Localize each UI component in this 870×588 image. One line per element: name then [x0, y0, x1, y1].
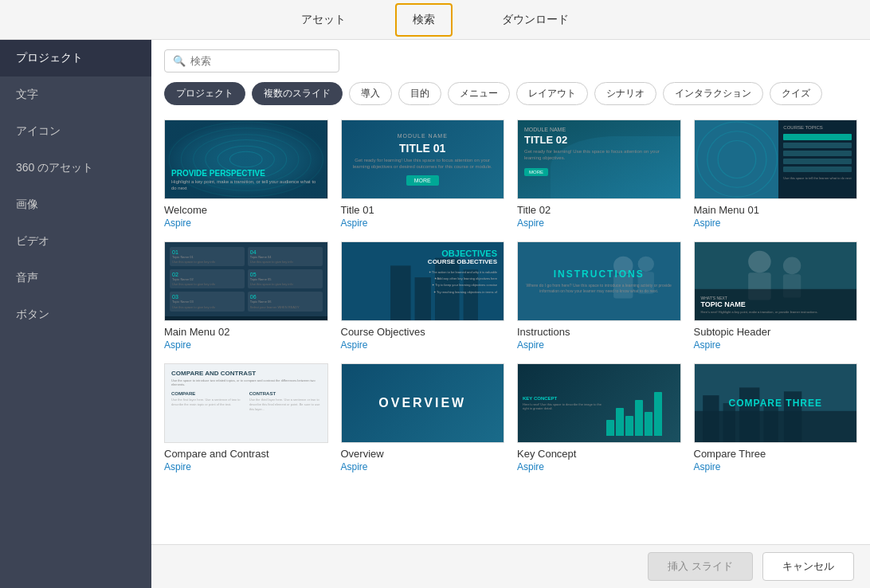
content-panel: 🔍 プロジェクト 複数のスライド 導入 目的 メニュー レイアウト シナリオ イ… — [151, 40, 870, 588]
filter-interaction[interactable]: インタラクション — [663, 82, 763, 105]
objectives-title: OBJECTIVES — [441, 249, 497, 258]
card-keyconcept-title: Key Concept — [517, 448, 681, 460]
card-mainmenu02-title: Main Menu 02 — [164, 326, 328, 338]
card-compare-link[interactable]: Aspire — [164, 461, 328, 472]
app-container: アセット 検索 ダウンロード プロジェクト 文字 アイコン 360 のアセット … — [0, 0, 870, 588]
card-title01[interactable]: MODULE NAME Title 01 Get ready for learn… — [341, 120, 505, 229]
card-overview-title: Overview — [341, 448, 505, 460]
card-grid: PROVIDE PERSPECTIVE Highlight a key poin… — [164, 120, 857, 472]
card-welcome[interactable]: PROVIDE PERSPECTIVE Highlight a key poin… — [164, 120, 328, 229]
instructions-main: INSTRUCTIONS — [526, 269, 672, 280]
title02-label: MODULE NAME — [524, 127, 674, 132]
sidebar-item-text[interactable]: 文字 — [0, 76, 151, 113]
compare-col1text: Use the first layer here. Use a sentence… — [171, 398, 243, 406]
card-mainmenu01-title: Main Menu 01 — [694, 204, 858, 216]
filter-intro[interactable]: 導入 — [349, 82, 392, 105]
title02-btn[interactable]: MORE — [524, 168, 548, 176]
subtopic-title: TOPIC NAME — [701, 300, 851, 308]
card-subtopic[interactable]: WHAT'S NEXT TOPIC NAME Here's next! High… — [694, 241, 858, 351]
keyconcept-text: Here's next! Use this space to describe … — [523, 402, 603, 410]
card-welcome-title: Welcome — [164, 204, 328, 216]
filter-multiple-slides[interactable]: 複数のスライド — [252, 82, 343, 105]
mainmenu01-row2 — [783, 143, 852, 148]
title02-sub: Get ready for learning! Use this space t… — [524, 149, 674, 162]
filter-scenario[interactable]: シナリオ — [594, 82, 656, 105]
title01-label: MODULE NAME — [398, 133, 448, 139]
card-welcome-link[interactable]: Aspire — [164, 218, 328, 229]
card-overview-link[interactable]: Aspire — [341, 461, 505, 472]
card-mainmenu02-link[interactable]: Aspire — [164, 339, 328, 351]
filter-menu[interactable]: メニュー — [448, 82, 510, 105]
card-objectives[interactable]: OBJECTIVES Course Objectives ✦ The actio… — [341, 241, 505, 351]
instructions-sub: Where do I go from here? Use this space … — [526, 283, 672, 294]
card-objectives-title: Course Objectives — [341, 326, 505, 338]
bottom-bar: 挿入 スライド キャンセル — [151, 544, 870, 588]
insert-slide-button[interactable]: 挿入 スライド — [648, 552, 753, 581]
filter-quiz[interactable]: クイズ — [770, 82, 822, 105]
overview-main: OVERVIEW — [378, 396, 466, 410]
filter-goal[interactable]: 目的 — [398, 82, 441, 105]
compare-sub: Use the space to introduce two related t… — [171, 378, 321, 386]
title01-btn[interactable]: MORE — [406, 175, 439, 186]
card-mainmenu02[interactable]: 01 Topic Name 01 Use this space to give … — [164, 241, 328, 351]
search-bar: 🔍 — [151, 40, 870, 79]
search-icon: 🔍 — [173, 55, 186, 67]
svg-rect-33 — [739, 387, 758, 442]
cancel-button[interactable]: キャンセル — [762, 552, 854, 581]
card-comparethree-link[interactable]: Aspire — [694, 461, 858, 472]
card-title02-link[interactable]: Aspire — [517, 218, 681, 229]
card-subtopic-title: Subtopic Header — [694, 326, 858, 338]
search-input[interactable] — [190, 55, 331, 67]
sidebar: プロジェクト 文字 アイコン 360 のアセット 画像 ビデオ 音声 ボタン — [0, 40, 151, 588]
sidebar-item-icon[interactable]: アイコン — [0, 113, 151, 150]
mainmenu01-sub: Use this space to tell the learner what … — [783, 176, 852, 180]
card-instructions-link[interactable]: Aspire — [517, 339, 681, 351]
compare-title: COMPARE AND CONTRAST — [171, 370, 321, 377]
tab-download[interactable]: ダウンロード — [484, 3, 586, 37]
filter-layout[interactable]: レイアウト — [516, 82, 588, 105]
mainmenu02-title: COURSE TOPIC — [171, 320, 321, 321]
compare-col1: COMPARE — [171, 391, 243, 396]
card-instructions[interactable]: INSTRUCTIONS Where do I go from here? Us… — [517, 241, 681, 351]
tab-assets[interactable]: アセット — [284, 3, 363, 37]
card-objectives-link[interactable]: Aspire — [341, 339, 505, 351]
tab-search[interactable]: 検索 — [395, 3, 453, 37]
card-comparethree[interactable]: COMPARE THREE Compare Three Aspire — [694, 363, 858, 472]
svg-point-24 — [748, 251, 770, 272]
main-area: プロジェクト 文字 アイコン 360 のアセット 画像 ビデオ 音声 ボタン 🔍… — [0, 40, 870, 588]
card-title01-link[interactable]: Aspire — [341, 218, 505, 229]
sidebar-item-image[interactable]: 画像 — [0, 186, 151, 223]
svg-point-26 — [782, 257, 800, 275]
card-subtopic-link[interactable]: Aspire — [694, 339, 858, 351]
card-instructions-title: Instructions — [517, 326, 681, 338]
sidebar-item-button[interactable]: ボタン — [0, 296, 151, 333]
sidebar-item-project[interactable]: プロジェクト — [0, 40, 151, 76]
mainmenu01-title-text: COURSE TOPICS — [783, 125, 852, 130]
sidebar-item-360assets[interactable]: 360 のアセット — [0, 150, 151, 186]
welcome-provide-text: PROVIDE PERSPECTIVE — [171, 169, 321, 178]
compare-col2text: Use the third layer here. Use a sentence… — [249, 398, 321, 411]
filter-tags: プロジェクト 複数のスライド 導入 目的 メニュー レイアウト シナリオ インタ… — [151, 79, 870, 113]
card-compare-title: Compare and Contrast — [164, 448, 328, 460]
card-keyconcept[interactable]: KEY CONCEPT Here's next! Use this space … — [517, 363, 681, 472]
card-title02[interactable]: MODULE NAME Title 02 Get ready for learn… — [517, 120, 681, 229]
mainmenu01-row4 — [783, 159, 852, 164]
card-compare[interactable]: COMPARE AND CONTRAST Use the space to in… — [164, 363, 328, 472]
title01-main: Title 01 — [399, 142, 445, 155]
filter-project[interactable]: プロジェクト — [164, 82, 245, 105]
title01-sub: Get ready for learning! Use this space t… — [348, 158, 498, 171]
search-input-wrapper[interactable]: 🔍 — [164, 49, 339, 73]
sidebar-item-audio[interactable]: 音声 — [0, 260, 151, 296]
subtopic-sub: Here's next! Highlight a key point, make… — [701, 310, 851, 314]
welcome-sub-text: Highlight a key point, make a transition… — [171, 179, 321, 192]
grid-scroll[interactable]: PROVIDE PERSPECTIVE Highlight a key poin… — [151, 113, 870, 544]
svg-rect-32 — [723, 403, 735, 442]
card-keyconcept-link[interactable]: Aspire — [517, 461, 681, 472]
mainmenu01-row3 — [783, 151, 852, 156]
card-mainmenu01[interactable]: COURSE TOPICS Use this space to tell the… — [694, 120, 858, 229]
sidebar-item-video[interactable]: ビデオ — [0, 223, 151, 260]
card-overview[interactable]: OVERVIEW Overview Aspire — [341, 363, 505, 472]
card-mainmenu01-link[interactable]: Aspire — [694, 218, 858, 229]
mainmenu01-row1 — [783, 134, 852, 140]
card-title02-title: Title 02 — [517, 204, 681, 216]
